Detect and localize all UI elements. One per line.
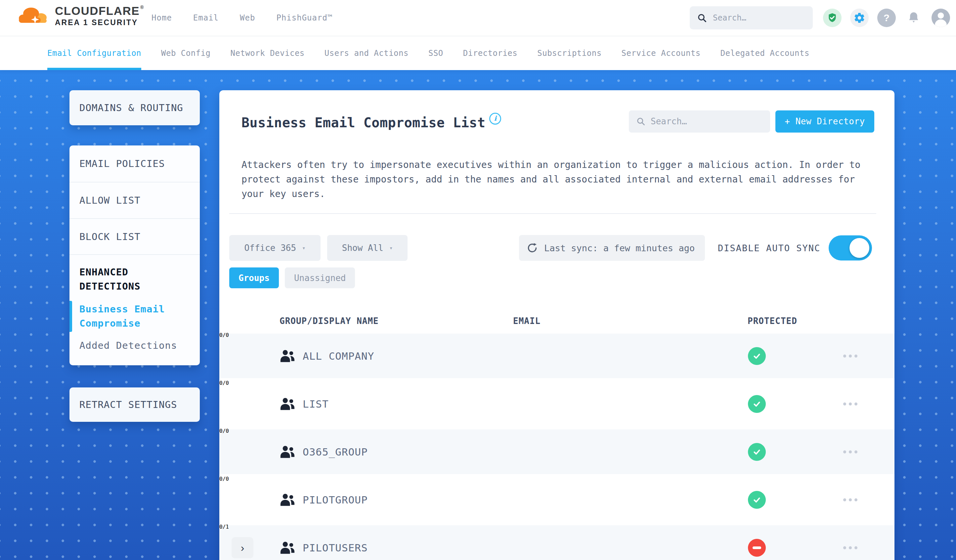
search-icon	[697, 13, 707, 23]
config-tab-label: Directories	[463, 49, 517, 58]
config-tab-label: SSO	[428, 49, 443, 58]
top-nav-link[interactable]: Email	[193, 13, 219, 22]
top-nav-link[interactable]: Home	[151, 13, 172, 22]
last-sync-button[interactable]: Last sync: a few minutes ago	[519, 235, 705, 261]
header-icons: ?	[823, 9, 950, 27]
protected-status-icon	[748, 395, 766, 413]
row-menu-button[interactable]	[843, 546, 857, 549]
sidebar-item-retract-settings[interactable]: RETRACT SETTINGS	[69, 387, 200, 422]
view-tabs: Groups Unassigned	[229, 267, 355, 288]
protected-count: 0/0	[219, 332, 229, 338]
sidebar-item-enhanced-detections[interactable]: ENHANCED DETECTIONS	[79, 265, 192, 293]
auto-sync-toggle[interactable]	[829, 235, 872, 260]
sidebar-item-business-email-compromise[interactable]: Business Email Compromise	[69, 302, 200, 331]
protected-status-icon	[748, 539, 766, 557]
group-name: PILOTGROUP	[303, 494, 368, 506]
main-card: Business Email Compromise Listi + New Di…	[219, 90, 895, 560]
help-glyph: ?	[884, 12, 890, 24]
sidebar-item-block-list[interactable]: BLOCK LIST	[69, 219, 200, 255]
table-row[interactable]: › PILOTGROUP 0/0	[219, 476, 895, 524]
controls-row: Office 365 ▾ Show All ▾ Last sync: a few…	[229, 235, 885, 261]
expand-row-button[interactable]: ›	[231, 537, 253, 558]
group-icon	[280, 397, 295, 411]
logo-subtitle: AREA 1 SECURITY	[55, 19, 144, 27]
page-description: Attackers often try to impersonate execu…	[242, 158, 870, 201]
config-tab-label: Service Accounts	[621, 49, 701, 58]
new-directory-button[interactable]: + New Directory	[775, 110, 874, 133]
group-icon	[280, 445, 295, 459]
logo-brand-row: CLOUDFLARE®	[55, 5, 144, 17]
sidebar-policies-card: EMAIL POLICIES ALLOW LIST BLOCK LIST ENH…	[69, 146, 200, 365]
show-filter-dropdown[interactable]: Show All ▾	[327, 235, 407, 261]
config-tab[interactable]: Network Devices	[231, 36, 305, 70]
sidebar-label: ALLOW LIST	[79, 195, 141, 206]
config-tab[interactable]: Service Accounts	[621, 36, 701, 70]
group-name: O365_GROUP	[303, 446, 368, 458]
row-menu-button[interactable]	[843, 450, 857, 453]
search-icon	[636, 117, 645, 126]
sidebar-label: RETRACT SETTINGS	[79, 399, 177, 410]
table-row[interactable]: › O365_GROUP 0/0	[219, 428, 895, 476]
directory-search-input[interactable]	[650, 116, 761, 127]
help-icon[interactable]: ?	[877, 9, 896, 27]
config-tab[interactable]: Directories	[463, 36, 517, 70]
group-name: LIST	[303, 398, 329, 410]
sidebar-label: DOMAINS & ROUTING	[79, 102, 183, 113]
config-tab[interactable]: Users and Actions	[324, 36, 409, 70]
config-tab[interactable]: Email Configuration	[47, 36, 141, 70]
title-row: Business Email Compromise Listi + New Di…	[242, 110, 874, 133]
sidebar-item-domains-routing[interactable]: DOMAINS & ROUTING	[69, 90, 200, 125]
group-icon	[280, 493, 295, 507]
config-tab-label: Network Devices	[231, 49, 305, 58]
config-tab[interactable]: SSO	[428, 36, 443, 70]
row-menu-button[interactable]	[843, 402, 857, 405]
logo-brand: CLOUDFLARE	[55, 4, 140, 17]
config-tab-label: Email Configuration	[47, 49, 141, 58]
table-body: › ALL COMPANY 0/0 › LIST	[219, 332, 895, 560]
sidebar-item-allow-list[interactable]: ALLOW LIST	[69, 182, 200, 219]
tab-unassigned[interactable]: Unassigned	[285, 267, 355, 288]
directory-search[interactable]	[629, 110, 770, 133]
table-row[interactable]: › ALL COMPANY 0/0	[219, 332, 895, 380]
table-header: GROUP/DISPLAY NAME EMAIL PROTECTED	[219, 310, 895, 332]
refresh-icon	[526, 242, 538, 254]
row-menu-button[interactable]	[843, 498, 857, 501]
page-title-text: Business Email Compromise List	[242, 115, 485, 130]
config-tab[interactable]: Web Config	[161, 36, 211, 70]
config-tab[interactable]: Delegated Accounts	[720, 36, 810, 70]
table-row[interactable]: › PILOTUSERS 0/1	[219, 524, 895, 560]
logo-reg-mark: ®	[140, 5, 144, 10]
sidebar-item-added-detections[interactable]: Added Detections	[69, 339, 200, 353]
config-tab-label: Users and Actions	[324, 49, 409, 58]
notifications-bell-icon[interactable]	[904, 9, 923, 27]
row-menu-button[interactable]	[843, 355, 857, 358]
top-nav-link[interactable]: Web	[240, 13, 255, 22]
cloudflare-logo[interactable]: CLOUDFLARE® AREA 1 SECURITY	[18, 5, 144, 27]
logo-text: CLOUDFLARE® AREA 1 SECURITY	[55, 5, 144, 27]
cloudflare-cloud-icon	[18, 5, 50, 27]
global-search-input[interactable]	[712, 13, 803, 23]
global-search[interactable]	[690, 6, 813, 30]
column-header-email: EMAIL	[513, 310, 541, 332]
directory-filter-dropdown[interactable]: Office 365 ▾	[229, 235, 321, 261]
auto-sync-label: DISABLE AUTO SYNC	[718, 235, 820, 261]
sidebar-item-email-policies[interactable]: EMAIL POLICIES	[69, 146, 200, 182]
page-title: Business Email Compromise Listi	[242, 113, 501, 130]
chevron-down-icon: ▾	[389, 245, 393, 251]
config-tab[interactable]: Subscriptions	[537, 36, 601, 70]
content-canvas: DOMAINS & ROUTING EMAIL POLICIES ALLOW L…	[0, 70, 956, 560]
tab-groups[interactable]: Groups	[229, 267, 279, 288]
top-nav-link[interactable]: PhishGuard™	[276, 13, 332, 22]
protected-count: 0/0	[219, 428, 229, 434]
info-icon[interactable]: i	[489, 113, 501, 125]
group-name: PILOTUSERS	[303, 542, 368, 554]
security-shield-icon[interactable]	[823, 9, 841, 27]
protected-status-icon	[748, 443, 766, 461]
table-row[interactable]: › LIST 0/0	[219, 380, 895, 428]
last-sync-text: Last sync: a few minutes ago	[544, 243, 695, 253]
toggle-knob	[849, 238, 870, 258]
settings-gear-icon[interactable]	[850, 9, 869, 27]
config-tab-label: Delegated Accounts	[720, 49, 810, 58]
sidebar-label: EMAIL POLICIES	[79, 158, 165, 169]
account-user-icon[interactable]	[931, 9, 950, 27]
